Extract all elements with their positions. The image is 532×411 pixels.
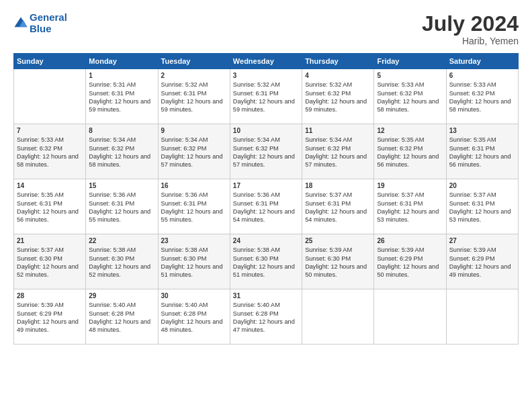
day-number: 2 <box>161 72 227 79</box>
cell-content: Sunrise: 5:34 AMSunset: 6:32 PMDaylight:… <box>161 136 227 169</box>
cell-content: Sunrise: 5:39 AMSunset: 6:29 PMDaylight:… <box>449 246 515 279</box>
column-header-sunday: Sunday <box>14 54 86 69</box>
calendar-cell: 9Sunrise: 5:34 AMSunset: 6:32 PMDaylight… <box>158 124 230 179</box>
calendar-cell: 3Sunrise: 5:32 AMSunset: 6:31 PMDaylight… <box>230 69 302 124</box>
calendar-cell: 1Sunrise: 5:31 AMSunset: 6:31 PMDaylight… <box>86 69 158 124</box>
calendar-cell: 31Sunrise: 5:40 AMSunset: 6:28 PMDayligh… <box>230 289 302 345</box>
day-number: 23 <box>161 237 227 244</box>
week-row-1: 1Sunrise: 5:31 AMSunset: 6:31 PMDaylight… <box>14 69 519 124</box>
day-number: 8 <box>89 127 154 134</box>
cell-content: Sunrise: 5:35 AMSunset: 6:31 PMDaylight:… <box>17 191 83 224</box>
day-number: 11 <box>305 127 371 134</box>
column-header-friday: Friday <box>374 54 446 69</box>
calendar-table: SundayMondayTuesdayWednesdayThursdayFrid… <box>13 53 519 345</box>
logo-text: General Blue <box>30 12 67 34</box>
header-row: SundayMondayTuesdayWednesdayThursdayFrid… <box>14 54 519 69</box>
cell-content: Sunrise: 5:39 AMSunset: 6:29 PMDaylight:… <box>17 301 83 334</box>
page-title: July 2024 <box>422 12 519 36</box>
calendar-cell: 17Sunrise: 5:36 AMSunset: 6:31 PMDayligh… <box>230 179 302 234</box>
day-number: 15 <box>89 182 154 189</box>
cell-content: Sunrise: 5:37 AMSunset: 6:31 PMDaylight:… <box>449 191 515 224</box>
day-number: 3 <box>233 72 299 79</box>
day-number: 30 <box>161 292 227 300</box>
calendar-cell: 22Sunrise: 5:38 AMSunset: 6:30 PMDayligh… <box>86 234 158 289</box>
calendar-cell: 8Sunrise: 5:34 AMSunset: 6:32 PMDaylight… <box>86 124 158 179</box>
cell-content: Sunrise: 5:35 AMSunset: 6:32 PMDaylight:… <box>377 136 443 169</box>
header: General Blue July 2024 Harib, Yemen <box>13 12 519 46</box>
day-number: 14 <box>17 182 83 189</box>
cell-content: Sunrise: 5:36 AMSunset: 6:31 PMDaylight:… <box>89 191 154 224</box>
calendar-cell: 14Sunrise: 5:35 AMSunset: 6:31 PMDayligh… <box>14 179 86 234</box>
column-header-saturday: Saturday <box>446 54 518 69</box>
cell-content: Sunrise: 5:32 AMSunset: 6:31 PMDaylight:… <box>161 81 227 114</box>
calendar-cell: 12Sunrise: 5:35 AMSunset: 6:32 PMDayligh… <box>374 124 446 179</box>
day-number: 9 <box>161 127 227 134</box>
column-header-thursday: Thursday <box>302 54 374 69</box>
cell-content: Sunrise: 5:40 AMSunset: 6:28 PMDaylight:… <box>161 301 227 334</box>
calendar-cell: 23Sunrise: 5:38 AMSunset: 6:30 PMDayligh… <box>158 234 230 289</box>
cell-content: Sunrise: 5:37 AMSunset: 6:31 PMDaylight:… <box>305 191 371 224</box>
day-number: 17 <box>233 182 299 189</box>
calendar-cell <box>302 289 374 345</box>
calendar-cell <box>446 289 518 345</box>
cell-content: Sunrise: 5:34 AMSunset: 6:32 PMDaylight:… <box>233 136 299 169</box>
column-header-monday: Monday <box>86 54 158 69</box>
cell-content: Sunrise: 5:38 AMSunset: 6:30 PMDaylight:… <box>89 246 154 279</box>
day-number: 31 <box>233 292 299 300</box>
day-number: 12 <box>377 127 443 134</box>
calendar-cell: 29Sunrise: 5:40 AMSunset: 6:28 PMDayligh… <box>86 289 158 345</box>
day-number: 13 <box>449 127 515 134</box>
day-number: 29 <box>89 292 154 300</box>
calendar-cell: 13Sunrise: 5:35 AMSunset: 6:31 PMDayligh… <box>446 124 518 179</box>
calendar-cell: 19Sunrise: 5:37 AMSunset: 6:31 PMDayligh… <box>374 179 446 234</box>
calendar-cell <box>374 289 446 345</box>
cell-content: Sunrise: 5:36 AMSunset: 6:31 PMDaylight:… <box>233 191 299 224</box>
calendar-cell: 26Sunrise: 5:39 AMSunset: 6:29 PMDayligh… <box>374 234 446 289</box>
day-number: 7 <box>17 127 83 134</box>
calendar-cell: 7Sunrise: 5:33 AMSunset: 6:32 PMDaylight… <box>14 124 86 179</box>
cell-content: Sunrise: 5:40 AMSunset: 6:28 PMDaylight:… <box>233 301 299 334</box>
calendar-cell: 15Sunrise: 5:36 AMSunset: 6:31 PMDayligh… <box>86 179 158 234</box>
cell-content: Sunrise: 5:36 AMSunset: 6:31 PMDaylight:… <box>161 191 227 224</box>
calendar-cell: 30Sunrise: 5:40 AMSunset: 6:28 PMDayligh… <box>158 289 230 345</box>
day-number: 27 <box>449 237 515 244</box>
cell-content: Sunrise: 5:40 AMSunset: 6:28 PMDaylight:… <box>89 301 154 334</box>
column-header-tuesday: Tuesday <box>158 54 230 69</box>
day-number: 19 <box>377 182 443 189</box>
day-number: 18 <box>305 182 371 189</box>
day-number: 10 <box>233 127 299 134</box>
calendar-cell: 5Sunrise: 5:33 AMSunset: 6:32 PMDaylight… <box>374 69 446 124</box>
calendar-cell: 10Sunrise: 5:34 AMSunset: 6:32 PMDayligh… <box>230 124 302 179</box>
cell-content: Sunrise: 5:33 AMSunset: 6:32 PMDaylight:… <box>449 81 515 114</box>
day-number: 24 <box>233 237 299 244</box>
calendar-cell: 2Sunrise: 5:32 AMSunset: 6:31 PMDaylight… <box>158 69 230 124</box>
logo: General Blue <box>13 12 67 34</box>
day-number: 5 <box>377 72 443 79</box>
cell-content: Sunrise: 5:32 AMSunset: 6:31 PMDaylight:… <box>233 81 299 114</box>
cell-content: Sunrise: 5:37 AMSunset: 6:31 PMDaylight:… <box>377 191 443 224</box>
calendar-cell: 11Sunrise: 5:34 AMSunset: 6:32 PMDayligh… <box>302 124 374 179</box>
calendar-cell: 21Sunrise: 5:37 AMSunset: 6:30 PMDayligh… <box>14 234 86 289</box>
calendar-page: General Blue July 2024 Harib, Yemen Sund… <box>0 0 532 411</box>
cell-content: Sunrise: 5:39 AMSunset: 6:29 PMDaylight:… <box>377 246 443 279</box>
week-row-4: 21Sunrise: 5:37 AMSunset: 6:30 PMDayligh… <box>14 234 519 289</box>
calendar-cell <box>14 69 86 124</box>
cell-content: Sunrise: 5:31 AMSunset: 6:31 PMDaylight:… <box>89 81 154 114</box>
cell-content: Sunrise: 5:38 AMSunset: 6:30 PMDaylight:… <box>161 246 227 279</box>
page-subtitle: Harib, Yemen <box>422 36 519 46</box>
cell-content: Sunrise: 5:39 AMSunset: 6:30 PMDaylight:… <box>305 246 371 279</box>
day-number: 1 <box>89 72 154 79</box>
cell-content: Sunrise: 5:33 AMSunset: 6:32 PMDaylight:… <box>377 81 443 114</box>
cell-content: Sunrise: 5:37 AMSunset: 6:30 PMDaylight:… <box>17 246 83 279</box>
cell-content: Sunrise: 5:35 AMSunset: 6:31 PMDaylight:… <box>449 136 515 169</box>
cell-content: Sunrise: 5:34 AMSunset: 6:32 PMDaylight:… <box>305 136 371 169</box>
calendar-cell: 20Sunrise: 5:37 AMSunset: 6:31 PMDayligh… <box>446 179 518 234</box>
day-number: 25 <box>305 237 371 244</box>
day-number: 28 <box>17 292 83 300</box>
day-number: 6 <box>449 72 515 79</box>
calendar-cell: 6Sunrise: 5:33 AMSunset: 6:32 PMDaylight… <box>446 69 518 124</box>
title-block: July 2024 Harib, Yemen <box>422 12 519 46</box>
calendar-cell: 18Sunrise: 5:37 AMSunset: 6:31 PMDayligh… <box>302 179 374 234</box>
cell-content: Sunrise: 5:33 AMSunset: 6:32 PMDaylight:… <box>17 136 83 169</box>
calendar-cell: 27Sunrise: 5:39 AMSunset: 6:29 PMDayligh… <box>446 234 518 289</box>
